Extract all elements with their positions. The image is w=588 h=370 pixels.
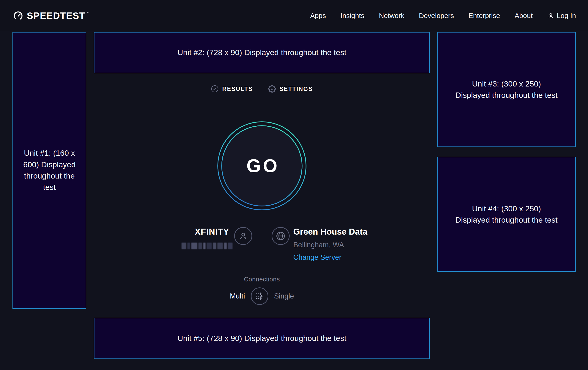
- nav-item-apps[interactable]: Apps: [310, 12, 326, 20]
- user-icon: [547, 12, 554, 19]
- connections-label: Connections: [94, 276, 430, 283]
- ad-unit-4: Unit #4: (300 x 250) Displayed throughou…: [437, 157, 576, 272]
- ad-unit-1: Unit #1: (160 x 600) Displayed throughou…: [12, 32, 86, 309]
- server-icon-circle: [272, 227, 290, 245]
- login-button[interactable]: Log In: [547, 12, 576, 20]
- person-icon: [238, 231, 248, 241]
- nav-item-enterprise[interactable]: Enterprise: [468, 12, 500, 20]
- logo-text: SPEEDTEST: [27, 11, 85, 20]
- isp-detail-redacted: [181, 243, 234, 249]
- ad-unit-4-text: Unit #4: (300 x 250) Displayed throughou…: [438, 203, 575, 226]
- nav-item-developers[interactable]: Developers: [419, 12, 454, 20]
- top-navbar: SPEEDTEST Apps Insights Network Develope…: [0, 0, 588, 31]
- nav-item-insights[interactable]: Insights: [340, 12, 364, 20]
- ad-unit-2: Unit #2: (728 x 90) Displayed throughout…: [94, 32, 430, 73]
- nav-item-about[interactable]: About: [514, 12, 533, 20]
- trademark-mark: [87, 12, 88, 13]
- ad-unit-5: Unit #5: (728 x 90) Displayed throughout…: [94, 318, 430, 359]
- connections-option-multi[interactable]: Multi: [230, 292, 245, 300]
- ad-unit-3: Unit #3: (300 x 250) Displayed throughou…: [437, 32, 576, 147]
- nav-item-network[interactable]: Network: [379, 12, 404, 20]
- go-label: GO: [217, 121, 307, 211]
- tab-settings-label: SETTINGS: [279, 86, 313, 92]
- change-server-link[interactable]: Change Server: [293, 253, 342, 261]
- main-nav: Apps Insights Network Developers Enterpr…: [310, 12, 576, 20]
- isp-icon-circle: [234, 227, 252, 245]
- ad-unit-3-text: Unit #3: (300 x 250) Displayed throughou…: [438, 78, 575, 101]
- ad-unit-5-text: Unit #5: (728 x 90) Displayed throughout…: [161, 333, 362, 344]
- login-label: Log In: [557, 12, 576, 20]
- connections-toggle-row: Multi Single: [94, 287, 430, 305]
- tab-results-label: RESULTS: [222, 86, 253, 92]
- server-name: Green House Data: [293, 227, 368, 237]
- tab-settings[interactable]: SETTINGS: [268, 85, 313, 93]
- ad-unit-1-text: Unit #1: (160 x 600) Displayed throughou…: [13, 147, 86, 193]
- connections-option-single[interactable]: Single: [274, 292, 294, 300]
- tab-bar: RESULTS SETTINGS: [94, 83, 430, 95]
- ad-unit-2-text: Unit #2: (728 x 90) Displayed throughout…: [161, 47, 362, 58]
- tab-results[interactable]: RESULTS: [211, 85, 253, 93]
- go-button[interactable]: GO: [217, 121, 307, 211]
- speedtest-logo[interactable]: SPEEDTEST: [13, 10, 88, 21]
- check-circle-icon: [211, 85, 219, 93]
- speedometer-gauge-icon: [13, 10, 23, 21]
- gear-icon: [268, 85, 276, 93]
- multi-connections-arrows-icon: [253, 288, 266, 304]
- server-location: Bellingham, WA: [293, 241, 344, 249]
- globe-icon: [275, 231, 286, 241]
- connections-toggle-button[interactable]: [251, 287, 268, 305]
